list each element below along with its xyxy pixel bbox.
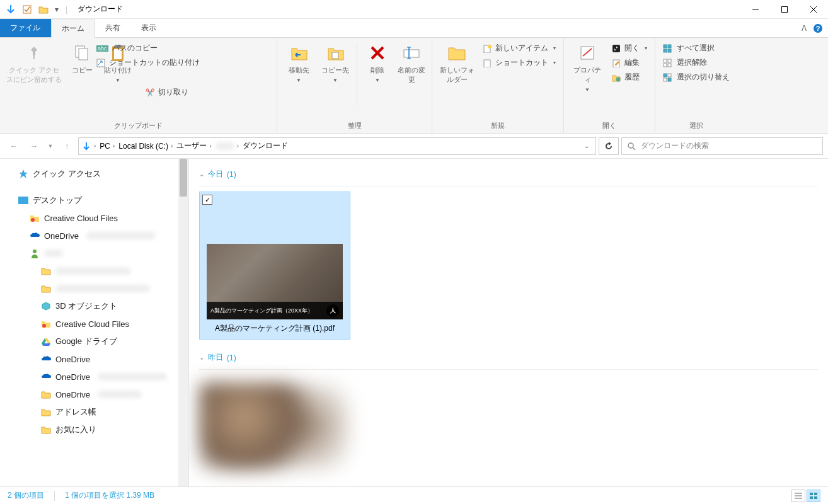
delete-button[interactable]: 削除▼ xyxy=(362,40,393,86)
open-icon xyxy=(612,44,621,53)
new-shortcut-button[interactable]: ショートカット▾ xyxy=(480,56,558,69)
svg-rect-38 xyxy=(664,78,667,81)
nav-forward-button[interactable]: → xyxy=(25,137,43,155)
crumb-disk[interactable]: Local Disk (C:)› xyxy=(117,142,174,151)
nav-up-button[interactable]: ↑ xyxy=(58,137,76,155)
location-icon xyxy=(81,141,91,151)
rename-button[interactable]: 名前の変更 xyxy=(396,40,427,87)
tab-share[interactable]: 共有 xyxy=(95,19,131,37)
group-yesterday[interactable]: ⌄ 昨日 (1) xyxy=(199,350,818,370)
file-item-selected[interactable]: ✓ A製品のマーケティング計画（20XX年） 人 A製品のマーケティング計画 (… xyxy=(199,192,350,340)
file-checkbox[interactable]: ✓ xyxy=(202,195,212,205)
sidebar-scrollbar[interactable] xyxy=(178,159,188,486)
sidebar-item-onedrive3[interactable]: OneDrive xyxy=(0,368,188,386)
sidebar-item-user[interactable] xyxy=(0,244,188,262)
open-button[interactable]: 開く▾ xyxy=(609,42,650,55)
qat-properties-icon[interactable] xyxy=(20,3,34,16)
pdf-badge-icon: 人 xyxy=(326,304,339,317)
edit-icon xyxy=(612,59,621,67)
history-button[interactable]: 履歴 xyxy=(609,71,650,84)
svg-rect-52 xyxy=(814,496,817,499)
tab-file[interactable]: ファイル xyxy=(0,19,51,37)
crumb-users[interactable]: ユーザー› xyxy=(175,140,212,151)
star-icon xyxy=(18,168,29,180)
sidebar-item-quickaccess[interactable]: クイック アクセス xyxy=(0,165,188,183)
refresh-button[interactable] xyxy=(599,137,619,155)
onedrive-icon xyxy=(40,353,52,365)
crumb-pc[interactable]: PC› xyxy=(98,142,116,151)
ribbon-collapse-icon[interactable]: ᐱ xyxy=(802,24,807,33)
new-folder-button[interactable]: 新しいフォルダー xyxy=(437,40,476,87)
titlebar: ▾ | ダウンロード xyxy=(0,0,828,19)
view-details-button[interactable] xyxy=(791,490,805,502)
select-none-button[interactable]: 選択解除 xyxy=(660,56,732,69)
edit-button[interactable]: 編集 xyxy=(609,56,650,69)
help-icon[interactable]: ? xyxy=(813,23,823,33)
select-all-button[interactable]: すべて選択 xyxy=(660,42,732,55)
sidebar-item-addressbook[interactable]: アドレス帳 xyxy=(0,403,188,421)
maximize-button[interactable] xyxy=(770,0,799,19)
qat-folder-icon[interactable] xyxy=(37,3,50,16)
divider xyxy=(54,491,55,501)
path-icon: abc xyxy=(96,45,108,52)
svg-point-40 xyxy=(628,143,633,148)
folder-icon xyxy=(40,389,52,400)
svg-rect-31 xyxy=(668,49,671,52)
cut-button[interactable]: ✂️切り取り xyxy=(143,86,191,99)
nav-back-button[interactable]: ← xyxy=(5,137,23,155)
invert-selection-button[interactable]: 選択の切り替え xyxy=(660,71,732,84)
file-item-blurred[interactable] xyxy=(199,382,350,471)
sidebar-item-ccfiles2[interactable]: Creative Cloud Files xyxy=(0,315,188,333)
svg-rect-14 xyxy=(332,52,338,59)
address-bar[interactable]: › PC› Local Disk (C:)› ユーザー› › ダウンロード ⌄ xyxy=(78,137,596,155)
pin-to-quick-access-button[interactable]: クイック アクセスにピン留めする xyxy=(5,40,63,87)
nav-recent-button[interactable]: ▼ xyxy=(45,137,55,155)
selectall-icon xyxy=(663,44,673,53)
view-thumbnails-button[interactable] xyxy=(807,490,820,502)
svg-rect-51 xyxy=(810,496,813,499)
move-to-button[interactable]: 移動先▼ xyxy=(282,40,315,86)
addr-dropdown-icon[interactable]: ⌄ xyxy=(584,142,589,149)
crumb-user[interactable]: › xyxy=(214,142,240,150)
group-label-clipboard: クリップボード xyxy=(5,120,272,132)
copy-to-button[interactable]: コピー先▼ xyxy=(319,40,352,86)
svg-rect-35 xyxy=(668,64,671,67)
history-icon xyxy=(612,73,621,82)
sidebar-item-onedrive2[interactable]: OneDrive xyxy=(0,350,188,368)
close-button[interactable] xyxy=(799,0,828,19)
minimize-button[interactable] xyxy=(741,0,770,19)
paste-shortcut-button[interactable]: ショートカットの貼り付け xyxy=(94,56,202,69)
sidebar-item-desktop[interactable]: デスクトップ xyxy=(0,192,188,209)
qat-dropdown-icon[interactable]: ▾ xyxy=(53,3,60,16)
sidebar-item-3dobjects[interactable]: 3D オブジェクト xyxy=(0,297,188,315)
group-today[interactable]: ⌄ 今日 (1) xyxy=(199,166,818,186)
sidebar-item-folder1[interactable] xyxy=(0,262,188,280)
scissors-icon: ✂️ xyxy=(146,88,154,97)
copy-button[interactable]: コピー xyxy=(67,40,97,77)
app-icon xyxy=(4,3,18,16)
sidebar-item-onedrive4[interactable]: OneDrive xyxy=(0,386,188,403)
crumb-chev[interactable]: › xyxy=(93,142,97,149)
sidebar-item-folder2[interactable] xyxy=(0,280,188,297)
search-icon xyxy=(627,142,636,151)
svg-point-22 xyxy=(488,45,492,49)
svg-point-45 xyxy=(42,324,46,328)
new-item-button[interactable]: 新しいアイテム▾ xyxy=(480,42,558,55)
cube-icon xyxy=(40,301,52,312)
search-input[interactable]: ダウンロードの検索 xyxy=(621,137,823,155)
svg-rect-49 xyxy=(810,493,813,495)
sidebar-item-gdrive[interactable]: Google ドライブ xyxy=(0,333,188,350)
navigation-pane: クイック アクセス デスクトップ Creative Cloud Files On… xyxy=(0,159,189,486)
crumb-downloads[interactable]: ダウンロード xyxy=(241,140,289,151)
copy-path-button[interactable]: abcパスのコピー xyxy=(94,42,202,55)
sidebar-item-onedrive[interactable]: OneDrive xyxy=(0,227,188,244)
tab-home[interactable]: ホーム xyxy=(51,20,95,38)
svg-rect-34 xyxy=(664,64,667,67)
sidebar-item-ccfiles[interactable]: Creative Cloud Files xyxy=(0,209,188,227)
sidebar-item-favorites[interactable]: お気に入り xyxy=(0,421,188,438)
ribbon: クイック アクセスにピン留めする コピー 貼り付け ▼ ✂️切り取り abcパス… xyxy=(0,38,828,134)
properties-button[interactable]: プロパティ▼ xyxy=(569,40,606,95)
desktop-icon xyxy=(18,195,29,206)
ribbon-tabs: ファイル ホーム 共有 表示 ᐱ ? xyxy=(0,19,828,38)
tab-view[interactable]: 表示 xyxy=(131,19,167,37)
